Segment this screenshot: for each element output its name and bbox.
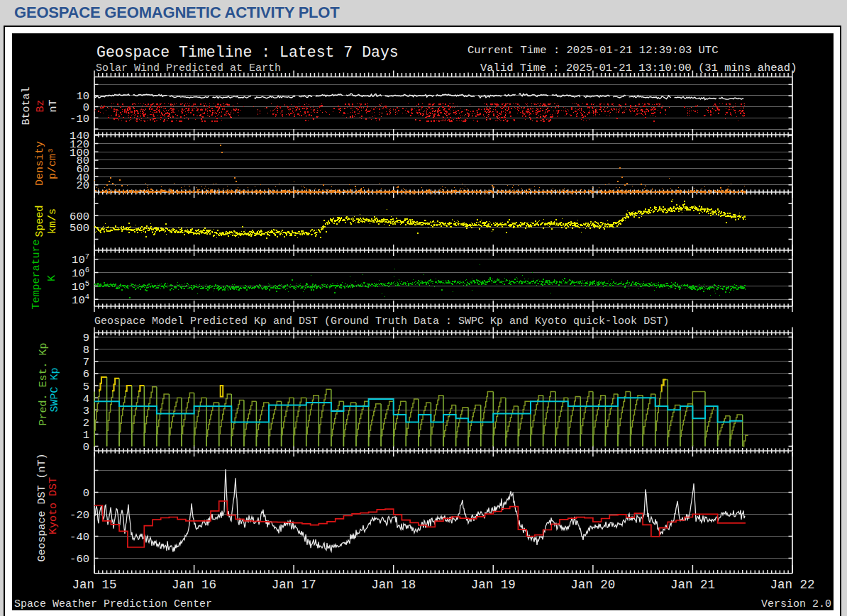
svg-text:Geospace DST (nT): Geospace DST (nT) xyxy=(36,453,48,561)
svg-text:5: 5 xyxy=(83,381,89,393)
svg-text:-40: -40 xyxy=(70,531,89,544)
svg-text:104: 104 xyxy=(72,293,89,307)
svg-text:Jan 19: Jan 19 xyxy=(471,578,516,592)
svg-text:Valid Time : 2025-01-21 13:10:: Valid Time : 2025-01-21 13:10:00 (31 min… xyxy=(480,62,797,74)
svg-text:3: 3 xyxy=(83,405,89,418)
svg-text:Speed: Speed xyxy=(34,205,46,237)
svg-text:Jan 17: Jan 17 xyxy=(272,578,316,592)
svg-text:Version 2.0: Version 2.0 xyxy=(761,598,831,610)
svg-text:Jan 15: Jan 15 xyxy=(72,578,116,592)
svg-text:Btotal: Btotal xyxy=(21,86,33,125)
svg-text:-20: -20 xyxy=(70,509,89,522)
svg-text:9: 9 xyxy=(83,332,89,345)
svg-text:0: 0 xyxy=(83,487,89,500)
svg-text:Temperature: Temperature xyxy=(31,239,43,309)
svg-text:nT: nT xyxy=(48,99,60,112)
svg-text:Geospace Timeline : Latest 7 D: Geospace Timeline : Latest 7 Days xyxy=(96,44,399,61)
svg-text:K: K xyxy=(46,275,58,281)
svg-text:2: 2 xyxy=(83,417,89,430)
svg-text:Jan 18: Jan 18 xyxy=(371,578,416,592)
svg-text:SWPC Kp: SWPC Kp xyxy=(49,367,61,412)
svg-text:600: 600 xyxy=(70,211,89,223)
svg-text:7: 7 xyxy=(83,356,89,369)
svg-text:Geospace Model Predicted Kp an: Geospace Model Predicted Kp and DST (Gro… xyxy=(94,315,669,327)
svg-text:4: 4 xyxy=(83,393,89,405)
svg-text:Jan 22: Jan 22 xyxy=(770,578,814,592)
svg-text:Solar Wind Predicted at Earth: Solar Wind Predicted at Earth xyxy=(96,62,281,74)
svg-text:Kyoto DST: Kyoto DST xyxy=(48,477,60,534)
svg-text:Bz: Bz xyxy=(35,99,47,112)
svg-text:-60: -60 xyxy=(70,553,89,566)
svg-text:Pred. Est. Kp: Pred. Est. Kp xyxy=(38,342,50,425)
svg-text:km/s: km/s xyxy=(47,208,59,234)
svg-text:Jan 20: Jan 20 xyxy=(570,578,615,592)
svg-text:1: 1 xyxy=(83,429,89,442)
svg-text:8: 8 xyxy=(83,344,89,357)
svg-text:106: 106 xyxy=(72,266,89,280)
svg-text:Space Weather Prediction Cente: Space Weather Prediction Center xyxy=(14,598,212,610)
svg-text:6: 6 xyxy=(83,368,89,381)
svg-text:Density: Density xyxy=(34,141,46,186)
svg-text:20: 20 xyxy=(76,179,89,192)
svg-text:Jan 21: Jan 21 xyxy=(670,578,715,592)
svg-text:Jan 16: Jan 16 xyxy=(172,578,216,592)
svg-text:107: 107 xyxy=(72,252,89,267)
svg-text:-10: -10 xyxy=(70,113,89,125)
svg-text:500: 500 xyxy=(70,222,89,235)
svg-text:Current Time : 2025-01-21 12:3: Current Time : 2025-01-21 12:39:03 UTC xyxy=(467,44,718,57)
svg-text:p/cm³: p/cm³ xyxy=(47,147,59,179)
svg-text:105: 105 xyxy=(72,279,89,293)
svg-text:0: 0 xyxy=(83,441,89,454)
